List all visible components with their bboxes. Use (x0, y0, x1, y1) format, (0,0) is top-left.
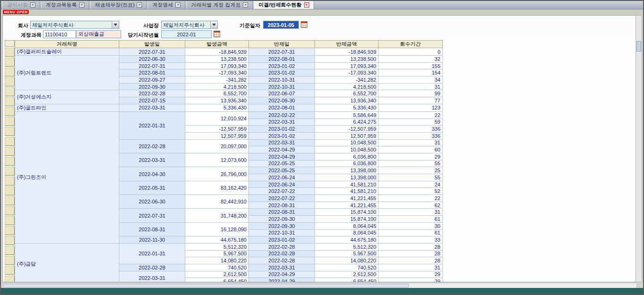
cell-settle-date[interactable]: 2022-10-31 (249, 76, 315, 84)
cell-occur-date[interactable]: 2022-07-31 (119, 209, 185, 222)
cell-settle-date[interactable]: 2022-09-30 (249, 97, 315, 104)
vertical-scrollbar[interactable] (636, 15, 642, 282)
cell-settle-date[interactable]: 2022-04-29 (249, 271, 315, 278)
cell-occur-amount[interactable]: -17,093,340 (185, 69, 249, 76)
row-selector[interactable] (5, 276, 15, 282)
column-header[interactable]: 발생일 (119, 41, 185, 48)
cell-settle-amount[interactable]: 41,221,455 (315, 202, 379, 209)
cell-occur-amount[interactable]: 12,507,959 (185, 132, 249, 139)
horizontal-scrollbar-thumb[interactable] (3, 284, 409, 287)
cell-occur-date[interactable]: 2022-01-31 (119, 243, 185, 264)
row-selector[interactable] (5, 157, 15, 166)
cell-customer[interactable]: (주)그린조이 (15, 111, 119, 243)
cell-settle-amount[interactable]: 2,612,500 (315, 271, 379, 278)
cell-period[interactable]: 123 (379, 104, 443, 111)
cell-settle-date[interactable]: 2023-01-02 (249, 132, 315, 139)
cell-occur-date[interactable]: 2022-02-28 (119, 264, 185, 271)
cell-period[interactable]: 28 (379, 250, 443, 257)
cell-occur-amount[interactable]: 16,128,090 (185, 222, 249, 236)
cell-period[interactable]: 28 (379, 243, 443, 250)
row-selector[interactable] (5, 167, 15, 176)
cell-occur-date[interactable]: 2022-02-28 (119, 139, 185, 153)
cell-occur-amount[interactable]: 6,552,700 (185, 90, 249, 97)
cell-settle-date[interactable]: 2023-01-02 (249, 126, 315, 133)
cell-settle-date[interactable]: 2022-08-31 (249, 209, 315, 216)
cell-period[interactable]: 29 (379, 271, 443, 278)
row-selector[interactable] (5, 147, 15, 156)
cell-period[interactable]: 34 (379, 76, 443, 84)
cell-occur-amount[interactable]: 83,162,420 (185, 181, 249, 194)
tab-item[interactable]: 채권채무장(전표)× (90, 1, 147, 9)
cell-settle-date[interactable]: 2022-07-31 (249, 48, 315, 56)
cell-occur-date[interactable]: 2022-09-30 (119, 83, 185, 90)
cell-settle-date[interactable]: 2022-05-25 (249, 167, 315, 174)
cell-settle-date[interactable]: 2022-06-24 (249, 174, 315, 181)
cell-settle-amount[interactable]: 6,654,450 (315, 278, 379, 282)
cell-occur-amount[interactable]: 13,936,340 (185, 97, 249, 104)
calendar-icon[interactable] (214, 31, 220, 37)
cell-settle-amount[interactable]: 17,093,340 (315, 62, 379, 69)
cell-occur-amount[interactable]: 17,093,340 (185, 62, 249, 69)
tab-item[interactable]: 계정과목등록× (41, 1, 89, 9)
cell-occur-amount[interactable]: 26,796,000 (185, 167, 249, 181)
column-header[interactable]: 회수기간 (379, 41, 443, 48)
cell-occur-date[interactable]: 2022-02-28 (119, 90, 185, 97)
cell-settle-date[interactable]: 2022-07-22 (249, 188, 315, 195)
cell-settle-amount[interactable]: 14,080,220 (315, 257, 379, 264)
cell-occur-amount[interactable]: 6,654,450 (185, 278, 249, 282)
cell-settle-amount[interactable]: 6,552,700 (315, 90, 379, 97)
cell-settle-date[interactable]: 2022-02-28 (249, 257, 315, 264)
cell-period[interactable]: 28 (379, 257, 443, 264)
cell-occur-amount[interactable]: -18,846,939 (185, 48, 249, 56)
cell-settle-date[interactable]: 2022-04-29 (249, 153, 315, 160)
cell-period[interactable]: 55 (379, 174, 443, 181)
cell-settle-date[interactable]: 2022-04-29 (249, 278, 315, 282)
cell-settle-amount[interactable]: -17,093,340 (315, 69, 379, 76)
row-selector[interactable] (5, 196, 15, 205)
cell-period[interactable]: 336 (379, 132, 443, 139)
row-selector[interactable] (5, 256, 15, 265)
row-selector[interactable] (5, 266, 15, 275)
cell-occur-date[interactable]: 2022-03-31 (119, 153, 185, 167)
cell-occur-amount[interactable]: 5,336,430 (185, 104, 249, 111)
cell-period[interactable]: 61 (379, 229, 443, 236)
cell-settle-amount[interactable]: 740,520 (315, 264, 379, 271)
cell-occur-amount[interactable]: -12,507,959 (185, 126, 249, 133)
cell-period[interactable]: 155 (379, 62, 443, 69)
cell-customer[interactable]: (주)골드라인 (15, 104, 119, 111)
row-selector[interactable] (5, 236, 15, 245)
cell-settle-date[interactable]: 2022-07-22 (249, 195, 315, 202)
cell-occur-date[interactable]: 2022-03-31 (119, 104, 185, 111)
cell-settle-amount[interactable]: 10,048,500 (315, 146, 379, 153)
row-selector[interactable] (5, 186, 15, 195)
cell-occur-date[interactable]: 2022-08-31 (119, 222, 185, 236)
cell-period[interactable]: 62 (379, 202, 443, 209)
cell-settle-amount[interactable]: 41,581,210 (315, 181, 379, 188)
cell-period[interactable]: 33 (379, 236, 443, 244)
cell-occur-date[interactable]: 2022-01-31 (119, 111, 185, 139)
row-selector[interactable] (5, 97, 15, 106)
base-date-input[interactable]: 2023-01-05 (263, 21, 299, 29)
cell-period[interactable]: 52 (379, 188, 443, 195)
cell-settle-amount[interactable]: 6,424,275 (315, 118, 379, 126)
menu-open-button[interactable]: MENU OPEN (3, 10, 29, 14)
cell-period[interactable]: 24 (379, 181, 443, 188)
cell-settle-amount[interactable]: 44,675,180 (315, 236, 379, 244)
cell-settle-date[interactable]: 2022-03-31 (249, 264, 315, 271)
cell-settle-amount[interactable]: 6,036,800 (315, 160, 379, 167)
cell-period[interactable]: 59 (379, 118, 443, 126)
row-selector[interactable] (5, 127, 15, 136)
cell-occur-amount[interactable]: -341,282 (185, 76, 249, 84)
tab-item[interactable]: 계정명세× (148, 1, 185, 9)
cell-occur-date[interactable]: 2022-06-30 (119, 195, 185, 209)
dropdown-arrow-icon[interactable] (210, 21, 217, 28)
cell-period[interactable]: 77 (379, 97, 443, 104)
period-start-input[interactable]: 2022-01 (161, 30, 212, 38)
cell-settle-date[interactable]: 2022-02-28 (249, 250, 315, 257)
cell-period[interactable]: 154 (379, 69, 443, 76)
tab-item[interactable]: 거래처별 계정 집계표× (186, 1, 253, 9)
company-select[interactable]: 제일저지주식회사 (30, 21, 119, 29)
cell-settle-date[interactable]: 2022-08-01 (249, 56, 315, 63)
cell-occur-date[interactable]: 2022-07-15 (119, 97, 185, 104)
cell-settle-amount[interactable]: 13,238,500 (315, 56, 379, 63)
